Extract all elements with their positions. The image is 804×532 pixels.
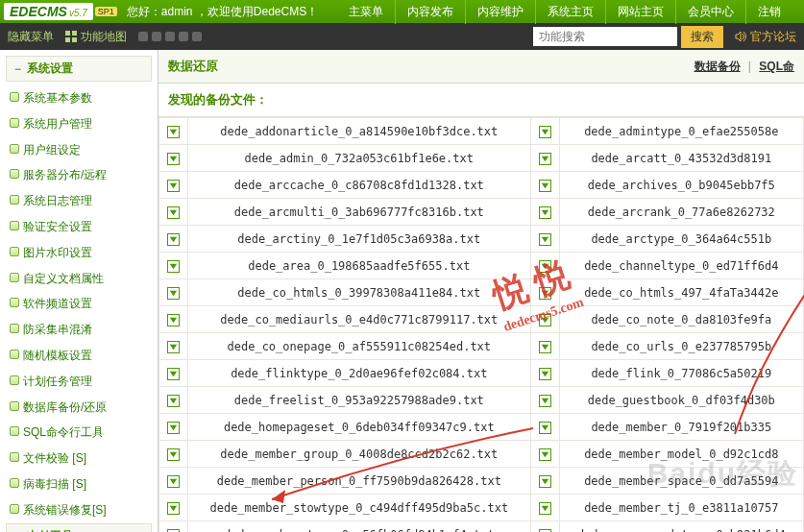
page-header: 数据还原 数据备份 | SQL命 (158, 50, 804, 84)
sidebar-item[interactable]: 计划任务管理 (6, 369, 152, 395)
sidebar-item[interactable]: 验证安全设置 (6, 214, 152, 240)
sidebar-item[interactable]: 数据库备份/还原 (6, 395, 152, 421)
file-checkbox[interactable] (539, 287, 551, 300)
file-checkbox[interactable] (539, 502, 551, 515)
file-name: dede_guestbook_0_df03f4d30b (559, 387, 803, 414)
table-row: dede_admin_0_732a053c61bf1e6e.txtdede_ar… (159, 145, 804, 172)
sp-badge: SP1 (95, 7, 117, 16)
file-checkbox[interactable] (539, 153, 551, 165)
sub-toolbar: 隐藏菜单 功能地图 搜索 官方论坛 (0, 23, 804, 50)
file-checkbox[interactable] (167, 475, 180, 488)
welcome-text: 您好：admin ，欢迎使用DedeCMS！ (127, 4, 318, 20)
toolbar-icons (138, 32, 202, 41)
file-checkbox[interactable] (167, 448, 180, 461)
file-checkbox[interactable] (167, 206, 180, 219)
sidebar-section-pay[interactable]: −支付工具 (6, 523, 152, 532)
sidebar-item[interactable]: 随机模板设置 (6, 343, 152, 369)
file-name: dede_co_htmls_497_4faTa3442e (559, 279, 803, 306)
file-checkbox[interactable] (539, 206, 551, 219)
search-button[interactable]: 搜索 (681, 26, 723, 48)
file-checkbox[interactable] (539, 126, 551, 138)
file-name: dede_arctype_0_364a64c551b (559, 226, 803, 253)
sidebar-item[interactable]: SQL命令行工具 (6, 420, 152, 446)
file-checkbox[interactable] (167, 287, 180, 300)
sidebar-item[interactable]: 防采集串混淆 (6, 317, 152, 343)
file-checkbox[interactable] (167, 180, 180, 192)
file-name: dede_co_htmls_0_39978308a411e84.txt (188, 279, 531, 306)
file-checkbox[interactable] (539, 475, 551, 488)
menu-syshome[interactable]: 系统主页 (535, 0, 605, 24)
sound-icon (735, 31, 746, 42)
file-name: dede_flinktype_0_2d0ae96fef02c084.txt (188, 360, 531, 387)
file-checkbox[interactable] (167, 314, 180, 326)
svg-rect-3 (72, 37, 77, 42)
file-checkbox[interactable] (539, 341, 551, 353)
file-name: dede_member_type_0_a56fb06fd84b1ef4.txt (188, 521, 531, 533)
backup-files-table: dede_addonarticle_0_a814590e10bf3dce.txt… (158, 117, 804, 532)
sidebar-item[interactable]: 系统错误修复[S] (6, 497, 152, 523)
menu-maintain[interactable]: 内容维护 (465, 0, 535, 24)
file-checkbox[interactable] (539, 395, 551, 407)
file-checkbox[interactable] (539, 368, 551, 380)
file-checkbox[interactable] (539, 422, 551, 434)
sidebar-item[interactable]: 系统基本参数 (6, 85, 152, 111)
file-name: dede_arccache_0_c86708c8fd1d1328.txt (188, 172, 531, 199)
file-checkbox[interactable] (167, 341, 180, 353)
func-map-link[interactable]: 功能地图 (65, 29, 127, 45)
file-checkbox[interactable] (167, 422, 180, 434)
sidebar: −系统设置 系统基本参数系统用户管理用户组设定服务器分布/远程系统日志管理验证安… (0, 50, 158, 532)
file-checkbox[interactable] (539, 180, 551, 192)
grid-icon (65, 31, 77, 42)
file-checkbox[interactable] (539, 260, 551, 273)
sidebar-item[interactable]: 系统日志管理 (6, 188, 152, 214)
link-sql-cmd[interactable]: SQL命 (759, 60, 794, 73)
table-row: dede_flinktype_0_2d0ae96fef02c084.txtded… (159, 360, 804, 387)
file-name: dede_member_group_0_4008de8ccd2b2c62.txt (188, 441, 531, 468)
file-name: dede_co_urls_0_e237785795b (559, 333, 803, 360)
sidebar-item[interactable]: 服务器分布/远程 (6, 162, 152, 188)
menu-sitehome[interactable]: 网站主页 (605, 0, 675, 24)
file-checkbox[interactable] (539, 233, 551, 246)
file-name: dede_member_0_7919f201b335 (559, 414, 803, 441)
table-row: dede_co_htmls_0_39978308a411e84.txtdede_… (159, 279, 804, 306)
file-name: dede_member_person_0_ff7590b9da826428.tx… (188, 468, 531, 495)
top-menu: 主菜单 内容发布 内容维护 系统主页 网站主页 会员中心 注销 (337, 0, 792, 24)
file-name: dede_freelist_0_953a92257988ade9.txt (188, 387, 531, 414)
file-checkbox[interactable] (167, 260, 180, 273)
sidebar-item[interactable]: 系统用户管理 (6, 111, 152, 137)
link-data-backup[interactable]: 数据备份 (694, 60, 741, 73)
svg-rect-2 (65, 37, 70, 42)
sidebar-item[interactable]: 自定义文档属性 (6, 266, 152, 292)
sidebar-item[interactable]: 图片水印设置 (6, 240, 152, 266)
page-actions: 数据备份 | SQL命 (694, 59, 794, 75)
search-input[interactable] (533, 27, 677, 46)
found-backup-label: 发现的备份文件： (158, 84, 804, 117)
file-checkbox[interactable] (167, 126, 180, 138)
sidebar-item[interactable]: 用户组设定 (6, 137, 152, 163)
file-name: dede_admintype_0_efae255058e (559, 118, 803, 145)
table-row: dede_co_onepage_0_af555911c08254ed.txtde… (159, 333, 804, 360)
file-checkbox[interactable] (167, 395, 180, 407)
file-checkbox[interactable] (167, 368, 180, 380)
table-row: dede_arcmulti_0_3ab696777fc8316b.txtdede… (159, 199, 804, 226)
file-checkbox[interactable] (539, 314, 551, 326)
hide-menu-link[interactable]: 隐藏菜单 (8, 29, 54, 45)
file-checkbox[interactable] (167, 153, 180, 165)
forum-link[interactable]: 官方论坛 (735, 29, 796, 45)
page-title: 数据还原 (168, 58, 218, 75)
file-name: dede_member_stowtype_0_c494dff495d9ba5c.… (188, 495, 531, 521)
sidebar-item[interactable]: 文件校验 [S] (6, 446, 152, 472)
sidebar-item[interactable]: 病毒扫描 [S] (6, 472, 152, 497)
menu-publish[interactable]: 内容发布 (395, 0, 465, 24)
menu-main[interactable]: 主菜单 (337, 0, 395, 24)
file-checkbox[interactable] (539, 448, 551, 461)
file-checkbox[interactable] (167, 233, 180, 246)
file-checkbox[interactable] (167, 502, 180, 515)
table-row: dede_member_group_0_4008de8ccd2b2c62.txt… (159, 441, 804, 468)
sidebar-item[interactable]: 软件频道设置 (6, 291, 152, 317)
sidebar-section-system[interactable]: −系统设置 (6, 56, 152, 82)
menu-member[interactable]: 会员中心 (675, 0, 745, 24)
file-name: dede_co_note_0_da8103fe9fa (559, 306, 803, 333)
menu-logout[interactable]: 注销 (745, 0, 792, 24)
table-row: dede_member_type_0_a56fb06fd84b1ef4.txtd… (159, 521, 804, 533)
